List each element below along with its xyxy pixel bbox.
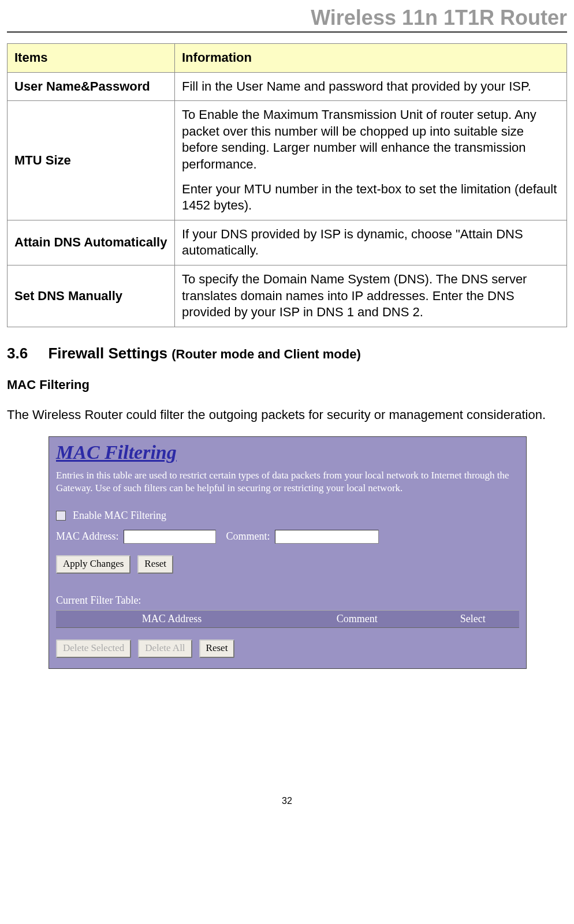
button-row-1: Apply Changes Reset (56, 555, 519, 574)
cell-info: To Enable the Maximum Transmission Unit … (175, 101, 567, 220)
reset-button[interactable]: Reset (137, 555, 173, 574)
cell-info: If your DNS provided by ISP is dynamic, … (175, 220, 567, 265)
cell-paragraph: To Enable the Maximum Transmission Unit … (182, 107, 560, 173)
table-row: Attain DNS Automatically If your DNS pro… (8, 220, 567, 265)
filter-table-label: Current Filter Table: (56, 594, 519, 607)
button-row-2: Delete Selected Delete All Reset (56, 639, 519, 658)
body-text: The Wireless Router could filter the out… (7, 407, 567, 422)
panel-description: Entries in this table are used to restri… (56, 469, 519, 495)
delete-selected-button[interactable]: Delete Selected (56, 639, 131, 658)
input-row: MAC Address: Comment: (56, 530, 519, 544)
section-number: 3.6 (7, 345, 28, 362)
cell-item: User Name&Password (8, 72, 175, 101)
col-comment: Comment (288, 613, 427, 625)
cell-info: To specify the Domain Name System (DNS).… (175, 265, 567, 327)
page-number: 32 (7, 796, 567, 806)
filter-table-header: MAC Address Comment Select (56, 610, 519, 628)
col-select: Select (427, 613, 519, 625)
col-mac: MAC Address (56, 613, 288, 625)
section-title: Firewall Settings (48, 345, 167, 362)
panel-title: MAC Filtering (56, 442, 519, 463)
settings-table: Items Information User Name&Password Fil… (7, 43, 567, 327)
table-row: User Name&Password Fill in the User Name… (8, 72, 567, 101)
mac-filtering-panel: MAC Filtering Entries in this table are … (49, 436, 527, 669)
table-row: Set DNS Manually To specify the Domain N… (8, 265, 567, 327)
sub-heading: MAC Filtering (7, 377, 567, 392)
delete-all-button[interactable]: Delete All (138, 639, 192, 658)
section-subtitle: (Router mode and Client mode) (172, 347, 361, 361)
enable-label: Enable MAC Filtering (73, 510, 166, 522)
mac-address-input[interactable] (124, 530, 216, 544)
cell-paragraph: Enter your MTU number in the text-box to… (182, 181, 560, 214)
th-items: Items (8, 44, 175, 73)
th-info: Information (175, 44, 567, 73)
cell-info: Fill in the User Name and password that … (175, 72, 567, 101)
comment-input[interactable] (275, 530, 379, 544)
reset-button-2[interactable]: Reset (199, 639, 235, 658)
table-row: MTU Size To Enable the Maximum Transmiss… (8, 101, 567, 220)
mac-address-label: MAC Address: (56, 530, 119, 543)
page-header: Wireless 11n 1T1R Router (7, 6, 567, 33)
apply-changes-button[interactable]: Apply Changes (56, 555, 131, 574)
enable-checkbox[interactable] (56, 511, 66, 521)
cell-item: Set DNS Manually (8, 265, 175, 327)
enable-row: Enable MAC Filtering (56, 510, 519, 522)
cell-item: MTU Size (8, 101, 175, 220)
section-heading: 3.6 Firewall Settings (Router mode and C… (7, 345, 567, 362)
comment-label: Comment: (226, 530, 270, 543)
cell-item: Attain DNS Automatically (8, 220, 175, 265)
